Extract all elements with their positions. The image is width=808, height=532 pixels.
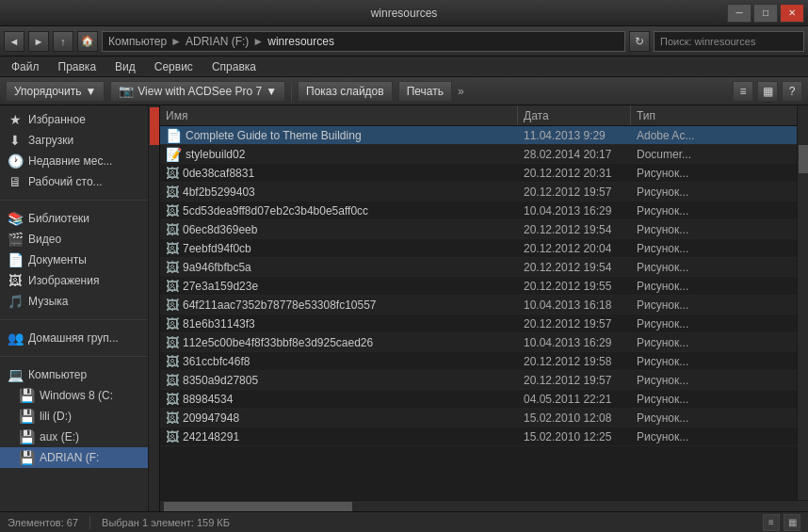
table-row[interactable]: 📄Complete Guide to Theme Building11.04.2… (160, 126, 797, 145)
table-row[interactable]: 🖼64f211aac7352b78778e53308fc1055710.04.2… (160, 296, 797, 314)
slideshow-button[interactable]: Показ слайдов (298, 81, 393, 102)
table-row[interactable]: 🖼7eebfd94f0cb20.12.2012 20:04Рисунок... (160, 239, 797, 258)
refresh-button[interactable]: ↻ (629, 31, 650, 52)
column-header-type[interactable]: Тип (631, 105, 808, 125)
breadcrumb-computer[interactable]: Компьютер (108, 35, 167, 48)
minimize-button[interactable]: ─ (727, 4, 751, 23)
favorites-icon: ★ (8, 112, 23, 127)
file-date-cell: 10.04.2013 16:29 (518, 202, 631, 219)
breadcrumb-path[interactable]: Компьютер ► ADRIAN (F:) ► winresources (102, 31, 625, 52)
status-view-btn-2[interactable]: ▦ (784, 514, 800, 531)
view-details-button[interactable]: ▦ (757, 81, 778, 102)
file-type-cell: Рисунок... (631, 314, 797, 332)
column-header-name[interactable]: Имя (160, 105, 518, 125)
toolbar: Упорядочить ▼ 📷 View with ACDSee Pro 7 ▼… (0, 77, 808, 105)
table-row[interactable]: 🖼5cd53dea9ff8d07eb2c3b4b0e5aff0cc10.04.2… (160, 202, 797, 220)
sidebar-item-libraries[interactable]: 📚 Библиотеки (0, 208, 159, 229)
menu-help[interactable]: Справка (208, 58, 260, 75)
sidebar-item-homegroup[interactable]: 👥 Домашняя груп... (0, 328, 159, 348)
breadcrumb-folder[interactable]: winresources (267, 35, 334, 48)
file-name: stylebuild02 (186, 148, 245, 161)
sidebar-divider-2 (0, 319, 159, 320)
recent-icon: 🕐 (8, 153, 23, 169)
menu-file[interactable]: Файл (8, 58, 43, 75)
forward-button[interactable]: ► (28, 31, 49, 52)
close-button[interactable]: ✕ (780, 4, 804, 23)
menu-view[interactable]: Вид (111, 58, 139, 75)
sidebar-item-computer[interactable]: 💻 Компьютер (0, 364, 159, 385)
table-row[interactable]: 🖼8350a9d2780520.12.2012 19:57Рисунок... (160, 371, 797, 390)
img-file-icon: 🖼 (166, 241, 179, 256)
sidebar-item-music[interactable]: 🎵 Музыка (0, 291, 159, 312)
file-name: 9a946fbfbc5a (183, 261, 251, 274)
sidebar-item-documents[interactable]: 📄 Документы (0, 250, 159, 270)
images-label: Изображения (28, 274, 99, 287)
file-name-cell: 🖼88984534 (160, 390, 518, 408)
view-list-button[interactable]: ≡ (733, 81, 753, 102)
file-scrollbar[interactable] (797, 126, 808, 500)
music-label: Музыка (28, 295, 68, 308)
horizontal-scrollbar[interactable] (160, 500, 808, 511)
view-acdsee-button[interactable]: 📷 View with ACDSee Pro 7 ▼ (110, 81, 285, 102)
table-row[interactable]: 🖼8898453404.05.2011 22:21Рисунок... (160, 390, 797, 409)
table-row[interactable]: 🖼4bf2b529940320.12.2012 19:57Рисунок... (160, 183, 797, 202)
file-name-cell: 🖼361ccbfc46f8 (160, 352, 518, 370)
help-button[interactable]: ? (782, 81, 802, 102)
file-name: 88984534 (183, 393, 233, 406)
table-row[interactable]: 🖼9a946fbfbc5a20.12.2012 19:54Рисунок... (160, 258, 797, 277)
back-button[interactable]: ◄ (4, 31, 24, 52)
search-box[interactable]: Поиск: winresources (654, 31, 804, 52)
file-list[interactable]: 📄Complete Guide to Theme Building11.04.2… (160, 126, 797, 500)
file-name: 4bf2b5299403 (183, 185, 255, 199)
sidebar-item-downloads[interactable]: ⬇ Загрузки (0, 130, 159, 151)
table-row[interactable]: 🖼81e6b31143f320.12.2012 19:57Рисунок... (160, 314, 797, 333)
table-row[interactable]: 📝stylebuild0228.02.2014 20:17Documer... (160, 145, 797, 164)
e-drive-label: aux (E:) (40, 430, 79, 443)
table-row[interactable]: 🖼361ccbfc46f820.12.2012 19:58Рисунок... (160, 352, 797, 371)
libraries-icon: 📚 (8, 211, 23, 226)
table-row[interactable]: 🖼24214829115.02.2010 12:25Рисунок... (160, 427, 797, 446)
column-header-date[interactable]: Дата (518, 105, 631, 125)
file-date-cell: 10.04.2013 16:29 (518, 333, 631, 351)
organize-button[interactable]: Упорядочить ▼ (6, 81, 105, 102)
file-name-cell: 🖼8350a9d27805 (160, 371, 518, 389)
sidebar-item-images[interactable]: 🖼 Изображения (0, 270, 159, 291)
file-date-cell: 28.02.2014 20:17 (518, 145, 631, 163)
pdf-file-icon: 📄 (166, 128, 182, 143)
file-date-cell: 20.12.2012 19:57 (518, 183, 631, 201)
toolbar-more[interactable]: » (458, 85, 464, 98)
sidebar-computer-section: 💻 Компьютер 💾 Windows 8 (C: 💾 lili (D:) … (0, 361, 159, 472)
sidebar-item-desktop[interactable]: 🖥 Рабочий сто... (0, 171, 159, 192)
table-row[interactable]: 🖼27e3a159d23e20.12.2012 19:55Рисунок... (160, 277, 797, 296)
sidebar-item-d-drive[interactable]: 💾 lili (D:) (0, 406, 159, 427)
menu-service[interactable]: Сервис (151, 58, 197, 75)
img-file-icon: 🖼 (166, 354, 179, 369)
print-button[interactable]: Печать (398, 81, 452, 102)
status-view-btn-1[interactable]: ≡ (763, 514, 780, 531)
menu-edit[interactable]: Правка (55, 58, 101, 75)
table-row[interactable]: 🖼112e5c00be4f8f33bbf8e3d925caed2610.04.2… (160, 333, 797, 352)
doc-file-icon: 📝 (166, 147, 182, 162)
up-button[interactable]: ↑ (53, 31, 73, 52)
downloads-label: Загрузки (28, 134, 73, 147)
desktop-icon: 🖥 (8, 174, 23, 189)
sidebar-item-c-drive[interactable]: 💾 Windows 8 (C: (0, 385, 159, 406)
maximize-button[interactable]: □ (753, 4, 778, 23)
img-file-icon: 🖼 (166, 373, 179, 388)
sidebar-item-recent[interactable]: 🕐 Недавние мес... (0, 151, 159, 171)
table-row[interactable]: 🖼06ec8d369eeb20.12.2012 19:54Рисунок... (160, 220, 797, 239)
sidebar-item-f-drive[interactable]: 💾 ADRIAN (F: (0, 447, 159, 468)
table-row[interactable]: 🖼20994794815.02.2010 12:08Рисунок... (160, 409, 797, 427)
horizontal-scrollbar-thumb (164, 502, 352, 511)
sidebar-item-favorites[interactable]: ★ Избранное (0, 109, 159, 130)
organize-label: Упорядочить (14, 85, 81, 98)
sidebar-scrollbar[interactable] (148, 105, 159, 511)
file-name: 27e3a159d23e (183, 280, 258, 293)
sidebar-item-e-drive[interactable]: 💾 aux (E:) (0, 427, 159, 447)
table-row[interactable]: 🖼0de38caf883120.12.2012 20:31Рисунок... (160, 164, 797, 183)
search-label: Поиск: winresources (660, 36, 755, 47)
breadcrumb-drive[interactable]: ADRIAN (F:) (186, 35, 249, 48)
sidebar-item-video[interactable]: 🎬 Видео (0, 229, 159, 250)
libraries-label: Библиотеки (28, 212, 89, 225)
home-button[interactable]: 🏠 (77, 31, 98, 52)
